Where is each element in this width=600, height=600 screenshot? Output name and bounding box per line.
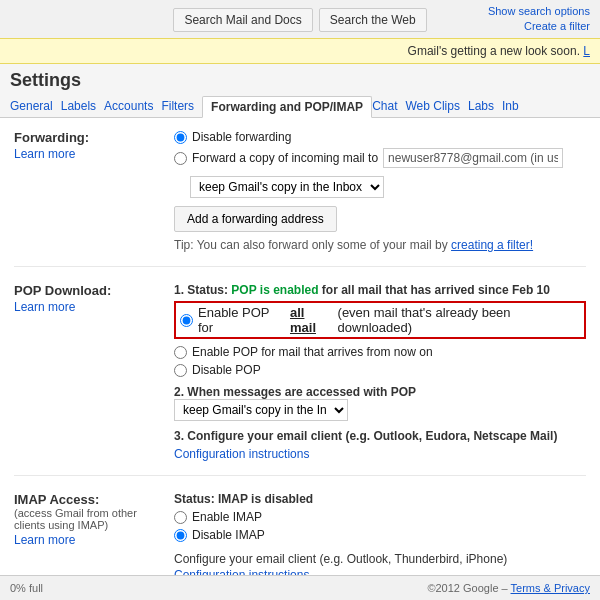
pop-from-now-label: Enable POP for mail that arrives from no…	[192, 345, 433, 359]
pop-step1: 1. Status: POP is enabled for all mail t…	[174, 283, 586, 297]
forward-copy-label: Forward a copy of incoming mail to	[192, 151, 378, 165]
top-search-bar: Search Mail and Docs Search the Web Show…	[0, 0, 600, 38]
nav-labs[interactable]: Labs	[468, 95, 502, 117]
imap-learn-more[interactable]: Learn more	[14, 533, 162, 547]
disable-forwarding-radio[interactable]	[174, 131, 187, 144]
footer-bar: 0% full ©2012 Google – Terms & Privacy	[0, 575, 600, 600]
forwarding-tip: Tip: You can also forward only some of y…	[174, 238, 586, 252]
forwarding-title: Forwarding:	[14, 130, 162, 145]
imap-status: Status: IMAP is disabled	[174, 492, 586, 506]
pop-section: POP Download: Learn more 1. Status: POP …	[14, 283, 586, 476]
notification-bar: Gmail's getting a new look soon. L	[0, 38, 600, 64]
pop-all-mail-suffix: (even mail that's already been downloade…	[338, 305, 580, 335]
pop-all-mail-radio[interactable]	[180, 314, 193, 327]
pop-learn-more[interactable]: Learn more	[14, 300, 162, 314]
settings-nav: General Labels Accounts Filters Forwardi…	[10, 95, 590, 117]
pop-highlighted-border: Enable POP for all mail (even mail that'…	[174, 301, 586, 339]
pop-accessed-dropdown[interactable]: keep Gmail's copy in the In	[174, 399, 348, 421]
nav-labels[interactable]: Labels	[61, 95, 104, 117]
forward-copy-row: Forward a copy of incoming mail to	[174, 148, 586, 168]
pop-disable-row: Disable POP	[174, 363, 586, 377]
show-options-link[interactable]: Show search options Create a filter	[488, 4, 590, 35]
nav-inbox[interactable]: Inb	[502, 95, 527, 117]
footer-copyright: ©2012 Google – Terms & Privacy	[427, 582, 590, 594]
settings-title: Settings	[10, 70, 590, 91]
storage-label: 0% full	[10, 582, 43, 594]
pop-disable-label: Disable POP	[192, 363, 261, 377]
pop-content: 1. Status: POP is enabled for all mail t…	[174, 283, 586, 461]
nav-filters[interactable]: Filters	[161, 95, 202, 117]
add-forwarding-address-button[interactable]: Add a forwarding address	[174, 206, 337, 232]
creating-filter-link[interactable]: creating a filter!	[451, 238, 533, 252]
imap-enable-row: Enable IMAP	[174, 510, 586, 524]
gmail-copy-dropdown[interactable]: keep Gmail's copy in the Inbox	[190, 176, 384, 198]
nav-chat[interactable]: Chat	[372, 95, 405, 117]
imap-disable-row: Disable IMAP	[174, 528, 586, 542]
pop-config-link[interactable]: Configuration instructions	[174, 447, 586, 461]
pop-enabled-status: POP is enabled	[231, 283, 318, 297]
pop-from-now-radio[interactable]	[174, 346, 187, 359]
notification-link[interactable]: L	[583, 44, 590, 58]
imap-configure-title: Configure your email client (e.g. Outloo…	[174, 552, 586, 566]
settings-header: Settings General Labels Accounts Filters…	[0, 64, 600, 118]
pop-step2: 2. When messages are accessed with POP k…	[174, 385, 586, 421]
search-mail-docs-button[interactable]: Search Mail and Docs	[173, 8, 312, 32]
imap-title: IMAP Access:	[14, 492, 162, 507]
disable-forwarding-row: Disable forwarding	[174, 130, 586, 144]
forwarding-section: Forwarding: Learn more Disable forwardin…	[14, 130, 586, 267]
nav-accounts[interactable]: Accounts	[104, 95, 161, 117]
imap-sublabel: (access Gmail from other clients using I…	[14, 507, 162, 531]
pop-step3: 3. Configure your email client (e.g. Out…	[174, 429, 586, 443]
pop-from-now-row: Enable POP for mail that arrives from no…	[174, 345, 586, 359]
forward-email-input[interactable]	[383, 148, 563, 168]
forwarding-label: Forwarding: Learn more	[14, 130, 174, 252]
pop-label: POP Download: Learn more	[14, 283, 174, 461]
nav-general[interactable]: General	[10, 95, 61, 117]
search-web-button[interactable]: Search the Web	[319, 8, 427, 32]
forwarding-content: Disable forwarding Forward a copy of inc…	[174, 130, 586, 252]
pop-disable-radio[interactable]	[174, 364, 187, 377]
imap-disable-label: Disable IMAP	[192, 528, 265, 542]
disable-forwarding-label: Disable forwarding	[192, 130, 291, 144]
terms-privacy-link[interactable]: Terms & Privacy	[511, 582, 590, 594]
pop-all-mail-label1: Enable POP for	[198, 305, 285, 335]
imap-enable-label: Enable IMAP	[192, 510, 262, 524]
imap-enable-radio[interactable]	[174, 511, 187, 524]
nav-webclips[interactable]: Web Clips	[405, 95, 467, 117]
imap-disable-radio[interactable]	[174, 529, 187, 542]
pop-all-mail-row: Enable POP for all mail (even mail that'…	[174, 301, 586, 342]
pop-title: POP Download:	[14, 283, 162, 298]
pop-all-mail-bold: all mail	[290, 305, 333, 335]
main-content: Forwarding: Learn more Disable forwardin…	[0, 118, 600, 598]
nav-forwarding-pop-imap[interactable]: Forwarding and POP/IMAP	[202, 96, 372, 118]
forwarding-learn-more[interactable]: Learn more	[14, 147, 162, 161]
forward-copy-radio[interactable]	[174, 152, 187, 165]
